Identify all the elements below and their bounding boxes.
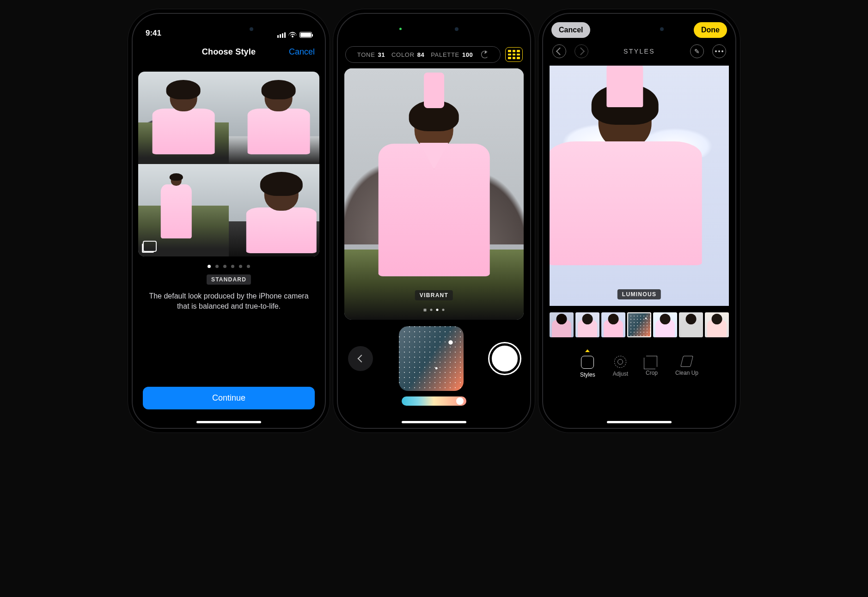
tab-label: Crop	[646, 370, 658, 376]
tab-adjust[interactable]: Adjust	[613, 356, 628, 378]
hue-slider[interactable]	[402, 396, 466, 406]
palette-label: PALETTE	[431, 51, 459, 58]
style-thumb[interactable]	[679, 312, 703, 337]
camera-active-indicator	[399, 28, 402, 30]
status-bar: 9:41	[133, 14, 325, 40]
tab-label: Styles	[580, 372, 595, 378]
style-pad-thumb[interactable]	[627, 312, 651, 337]
done-button[interactable]: Done	[694, 22, 727, 38]
color-label: COLOR	[391, 51, 415, 58]
tab-crop[interactable]: Crop	[646, 356, 658, 378]
tone-value: 31	[378, 51, 385, 58]
chevron-left-icon	[358, 355, 366, 363]
style-name-badge: STANDARD	[207, 274, 251, 285]
tab-styles[interactable]: Styles	[580, 356, 595, 378]
phone-camera-style: TONE 31 COLOR 84 PALETTE 100 VIBRANT	[337, 13, 531, 429]
style-thumb[interactable]	[653, 312, 677, 337]
preview-thumb	[138, 72, 229, 164]
tab-label: Clean Up	[675, 370, 698, 376]
home-indicator[interactable]	[607, 421, 672, 423]
active-indicator-icon	[585, 349, 590, 352]
cancel-button[interactable]: Cancel	[289, 47, 315, 57]
shutter-button[interactable]	[489, 343, 520, 374]
page-indicator[interactable]	[133, 265, 325, 268]
style-name-badge: VIBRANT	[415, 290, 453, 300]
more-icon	[715, 50, 723, 52]
style-name-badge: LUMINOUS	[617, 289, 661, 299]
phone-photos-edit: Cancel Done STYLES ✎ LUMINOUS	[542, 13, 736, 429]
cancel-button[interactable]: Cancel	[551, 22, 590, 38]
preview-thumb	[229, 72, 319, 164]
style-description: The default look produced by the iPhone …	[147, 291, 311, 311]
markup-button[interactable]: ✎	[690, 44, 704, 58]
redo-icon	[577, 48, 585, 55]
home-indicator[interactable]	[402, 421, 466, 423]
styles-icon	[581, 356, 594, 369]
undo-button[interactable]	[552, 44, 566, 58]
dynamic-island	[404, 20, 464, 38]
eraser-icon	[682, 356, 692, 367]
tab-cleanup[interactable]: Clean Up	[675, 356, 698, 378]
color-value: 84	[417, 51, 424, 58]
adjust-icon	[614, 356, 626, 368]
edit-viewport[interactable]: LUMINOUS	[550, 66, 729, 306]
tone-label: TONE	[357, 51, 375, 58]
revert-icon[interactable]	[481, 51, 489, 58]
edit-toolbar: STYLES ✎	[543, 34, 735, 63]
style-preview-grid[interactable]	[138, 72, 319, 256]
grid-toggle-button[interactable]	[505, 47, 523, 62]
crop-icon	[646, 356, 657, 367]
gallery-icon[interactable]	[143, 241, 157, 252]
undo-icon	[556, 48, 564, 55]
style-pad-control[interactable]	[399, 326, 464, 391]
markup-icon: ✎	[694, 48, 700, 55]
style-params-bar: TONE 31 COLOR 84 PALETTE 100	[338, 42, 530, 66]
phone-choose-style: 9:41 Choose Style Cancel STA	[132, 13, 326, 429]
cellular-icon	[277, 32, 286, 38]
header: Choose Style Cancel	[133, 40, 325, 61]
back-button[interactable]	[348, 346, 373, 371]
camera-controls	[338, 320, 530, 391]
palette-value: 100	[462, 51, 473, 58]
style-thumb[interactable]	[550, 312, 574, 337]
style-page-indicator[interactable]	[424, 309, 445, 311]
style-thumb[interactable]	[575, 312, 599, 337]
status-time: 9:41	[146, 29, 277, 38]
style-filmstrip[interactable]	[550, 312, 729, 337]
slider-thumb[interactable]	[456, 397, 464, 405]
section-title: STYLES	[623, 48, 655, 55]
preview-thumb	[229, 164, 319, 256]
home-indicator[interactable]	[196, 421, 261, 423]
more-button[interactable]	[712, 44, 726, 58]
battery-icon	[300, 32, 312, 38]
tab-label: Adjust	[613, 371, 628, 377]
style-thumb[interactable]	[705, 312, 729, 337]
redo-button[interactable]	[575, 44, 588, 58]
edit-tool-tabs: Styles Adjust Crop Clean Up	[543, 356, 735, 378]
style-thumb[interactable]	[601, 312, 625, 337]
wifi-icon	[288, 32, 297, 38]
params-pill[interactable]: TONE 31 COLOR 84 PALETTE 100	[345, 46, 501, 63]
edit-header-actions: Cancel Done	[543, 22, 735, 38]
continue-button[interactable]: Continue	[143, 387, 315, 409]
camera-viewport[interactable]: VIBRANT	[344, 68, 524, 320]
